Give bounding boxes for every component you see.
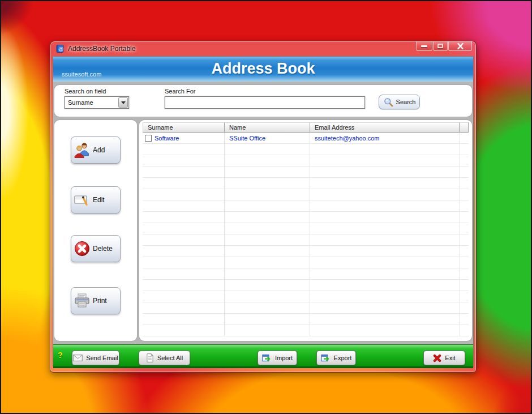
magnifier-icon [383, 97, 393, 107]
column-divider [310, 133, 310, 336]
export-button[interactable]: Export [316, 351, 356, 365]
desktop-background: @ AddressBook Portable [0, 0, 532, 414]
import-button[interactable]: Import [258, 351, 297, 365]
column-header-name[interactable]: Name [225, 122, 310, 133]
window-content: ssuitesoft.com Address Book Search on fi… [53, 56, 474, 366]
exit-label: Exit [445, 355, 455, 361]
import-label: Import [275, 355, 293, 361]
send-email-button[interactable]: Send Email [72, 351, 119, 365]
import-icon [262, 353, 272, 362]
maximize-button[interactable] [433, 41, 448, 51]
select-all-button[interactable]: Select All [139, 351, 190, 365]
search-button[interactable]: Search [379, 95, 420, 109]
add-button[interactable]: Add [71, 136, 121, 164]
address-book-icon: @ [55, 44, 65, 53]
cell-name: SSuite Office [225, 135, 310, 142]
add-button-label: Add [93, 146, 105, 154]
minimize-button[interactable] [416, 41, 432, 51]
column-header-email[interactable]: Email Address [310, 122, 460, 133]
envelope-icon [73, 354, 83, 362]
column-header-surname[interactable]: Surname [143, 122, 225, 133]
printer-icon [73, 292, 91, 310]
edit-button-label: Edit [93, 196, 105, 204]
maximize-icon [437, 44, 443, 48]
search-input[interactable] [165, 96, 365, 109]
edit-note-icon [73, 191, 91, 209]
column-divider [460, 133, 460, 336]
column-divider [224, 133, 225, 336]
export-icon [321, 353, 331, 362]
table-body[interactable]: Software SSuite Office ssuitetech@yahoo.… [143, 133, 469, 336]
send-email-label: Send Email [86, 355, 118, 361]
table-row[interactable]: Software SSuite Office ssuitetech@yahoo.… [143, 133, 469, 144]
table-header-row: Surname Name Email Address [143, 122, 469, 133]
footer-bar: ? Send Email Sel [53, 344, 473, 368]
column-header-spacer [460, 122, 469, 133]
search-for-label: Search For [165, 88, 195, 95]
close-icon [457, 42, 464, 50]
document-icon [146, 353, 154, 362]
help-button[interactable]: ? [58, 351, 63, 360]
cell-email: ssuitetech@yahoo.com [310, 135, 460, 142]
export-label: Export [334, 355, 352, 361]
search-field-label: Search on field [65, 88, 106, 95]
red-x-icon [433, 354, 441, 362]
window-controls [415, 41, 472, 51]
delete-button-label: Delete [93, 245, 113, 253]
row-checkbox[interactable] [145, 135, 152, 142]
contacts-table: Surname Name Email Address Software SSui [139, 120, 472, 341]
print-button[interactable]: Print [71, 287, 121, 314]
search-field-value: Surname [65, 99, 118, 106]
minimize-icon [421, 45, 427, 47]
search-panel: Search on field Surname Search For Searc [54, 85, 472, 117]
add-contacts-icon [73, 141, 91, 159]
search-field-dropdown[interactable]: Surname [65, 96, 129, 109]
close-button[interactable] [448, 41, 472, 51]
cell-surname: Software [155, 135, 179, 142]
delete-button[interactable]: Delete [71, 235, 121, 262]
page-title: Address Book [53, 60, 473, 78]
edit-button[interactable]: Edit [71, 186, 121, 214]
print-button-label: Print [93, 297, 107, 305]
app-banner: ssuitesoft.com Address Book [53, 57, 473, 82]
search-button-label: Search [396, 99, 416, 105]
window-title: AddressBook Portable [68, 41, 135, 56]
exit-button[interactable]: Exit [423, 351, 465, 365]
select-all-label: Select All [157, 355, 183, 361]
titlebar[interactable]: @ AddressBook Portable [50, 41, 476, 56]
sidebar: Add Edit [54, 120, 137, 341]
svg-text:@: @ [58, 46, 63, 52]
dropdown-button[interactable] [118, 97, 128, 108]
app-window: @ AddressBook Portable [50, 41, 477, 373]
chevron-down-icon [121, 101, 126, 104]
delete-icon [73, 240, 91, 258]
